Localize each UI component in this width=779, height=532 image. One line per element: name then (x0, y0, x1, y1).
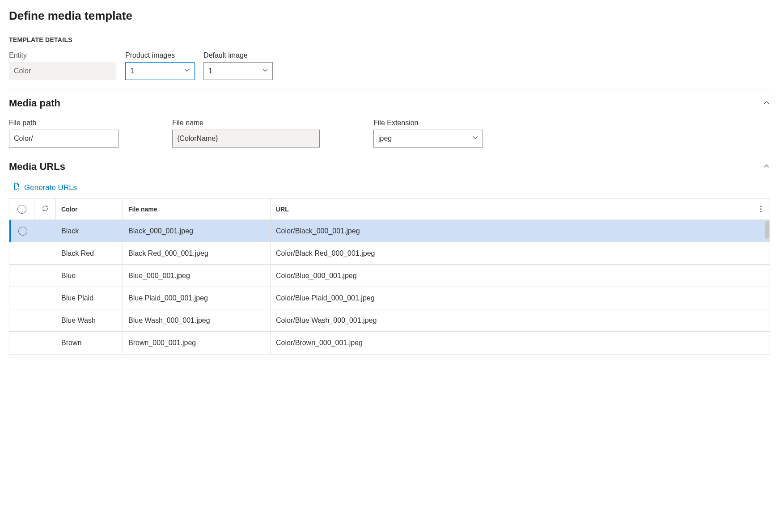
row-spacer (34, 309, 56, 331)
generate-urls-button[interactable]: Generate URLs (13, 182, 77, 193)
select-all-radio[interactable] (17, 205, 26, 214)
file-path-field: File path (9, 119, 119, 148)
row-spacer (34, 332, 56, 354)
row-select-cell[interactable] (9, 309, 34, 331)
grid-options-button[interactable] (752, 198, 770, 220)
file-path-input[interactable] (9, 130, 119, 148)
cell-url: Color/Blue Plaid_000_001.jpeg (271, 287, 770, 309)
media-path-row: File path File name File Extension jpeg (9, 119, 770, 148)
cell-color: Brown (56, 332, 123, 354)
cell-url: Color/Blue Wash_000_001.jpeg (271, 309, 770, 331)
row-spacer (34, 265, 56, 287)
row-select-cell[interactable] (9, 265, 34, 287)
urls-grid: Color File name URL BlackBlack_000_001.j… (9, 198, 770, 355)
entity-field: Entity (9, 51, 116, 80)
table-row[interactable]: Blue WashBlue Wash_000_001.jpegColor/Blu… (9, 309, 770, 332)
row-spacer (34, 242, 56, 264)
file-extension-label: File Extension (373, 119, 483, 127)
refresh-cell[interactable] (34, 198, 56, 220)
file-extension-field: File Extension jpeg (373, 119, 483, 148)
file-extension-value: jpeg (378, 135, 392, 143)
grid-header-row: Color File name URL (9, 198, 770, 220)
cell-url: Color/Blue_000_001.jpeg (271, 265, 770, 287)
media-urls-header[interactable]: Media URLs (9, 161, 770, 173)
file-name-label: File name (172, 119, 320, 127)
product-images-select[interactable]: 1 (125, 62, 195, 80)
media-path-title: Media path (9, 97, 60, 109)
cell-filename: Black_000_001.jpeg (123, 220, 271, 242)
table-row[interactable]: Black RedBlack Red_000_001.jpegColor/Bla… (9, 242, 770, 265)
scrollbar-thumb[interactable] (765, 221, 769, 239)
cell-color: Blue Plaid (56, 287, 123, 309)
default-image-select[interactable]: 1 (203, 62, 273, 80)
column-header-color[interactable]: Color (56, 198, 123, 220)
cell-color: Blue (56, 265, 123, 287)
row-select-cell[interactable] (9, 242, 34, 264)
row-spacer (34, 287, 56, 309)
table-row[interactable]: Blue PlaidBlue Plaid_000_001.jpegColor/B… (9, 287, 770, 309)
cell-filename: Blue Plaid_000_001.jpeg (123, 287, 271, 309)
column-header-filename[interactable]: File name (123, 198, 271, 220)
cell-filename: Black Red_000_001.jpeg (123, 242, 271, 264)
cell-url: Color/Black Red_000_001.jpeg (271, 242, 770, 264)
row-select-cell[interactable] (11, 220, 34, 242)
table-row[interactable]: BlueBlue_000_001.jpegColor/Blue_000_001.… (9, 265, 770, 287)
cell-filename: Brown_000_001.jpeg (123, 332, 271, 354)
chevron-up-icon (763, 163, 770, 171)
divider (9, 89, 770, 89)
chevron-up-icon (763, 99, 770, 108)
default-image-value: 1 (208, 67, 212, 75)
row-select-cell[interactable] (9, 332, 34, 354)
document-plus-icon (13, 182, 21, 193)
grid-body: BlackBlack_000_001.jpegColor/Black_000_0… (9, 220, 770, 354)
file-name-input (172, 130, 320, 148)
column-header-url[interactable]: URL (271, 198, 752, 220)
cell-color: Black (56, 220, 123, 242)
product-images-field: Product images 1 (125, 51, 195, 80)
file-extension-select[interactable]: jpeg (373, 130, 483, 148)
cell-url: Color/Brown_000_001.jpeg (271, 332, 770, 354)
generate-urls-label: Generate URLs (24, 183, 77, 192)
default-image-label: Default image (203, 51, 273, 59)
entity-label: Entity (9, 51, 116, 59)
more-vertical-icon (760, 206, 762, 212)
row-select-cell[interactable] (9, 287, 34, 309)
row-spacer (34, 220, 56, 242)
table-row[interactable]: BlackBlack_000_001.jpegColor/Black_000_0… (9, 220, 770, 242)
cell-color: Black Red (56, 242, 123, 264)
template-details-row: Entity Product images 1 Default image 1 (9, 51, 770, 80)
file-path-label: File path (9, 119, 119, 127)
cell-url: Color/Black_000_001.jpeg (271, 220, 770, 242)
template-details-label: TEMPLATE DETAILS (9, 36, 770, 43)
cell-filename: Blue Wash_000_001.jpeg (123, 309, 271, 331)
entity-input (9, 62, 116, 80)
product-images-label: Product images (125, 51, 195, 59)
page-title: Define media template (9, 9, 770, 23)
table-row[interactable]: BrownBrown_000_001.jpegColor/Brown_000_0… (9, 332, 770, 354)
default-image-field: Default image 1 (203, 51, 273, 80)
product-images-value: 1 (130, 67, 134, 75)
file-name-field: File name (172, 119, 320, 148)
row-radio[interactable] (18, 227, 27, 236)
cell-color: Blue Wash (56, 309, 123, 331)
cell-filename: Blue_000_001.jpeg (123, 265, 271, 287)
refresh-icon (41, 204, 49, 214)
media-urls-title: Media URLs (9, 161, 65, 173)
select-all-cell[interactable] (9, 198, 34, 220)
media-path-header[interactable]: Media path (9, 97, 770, 109)
